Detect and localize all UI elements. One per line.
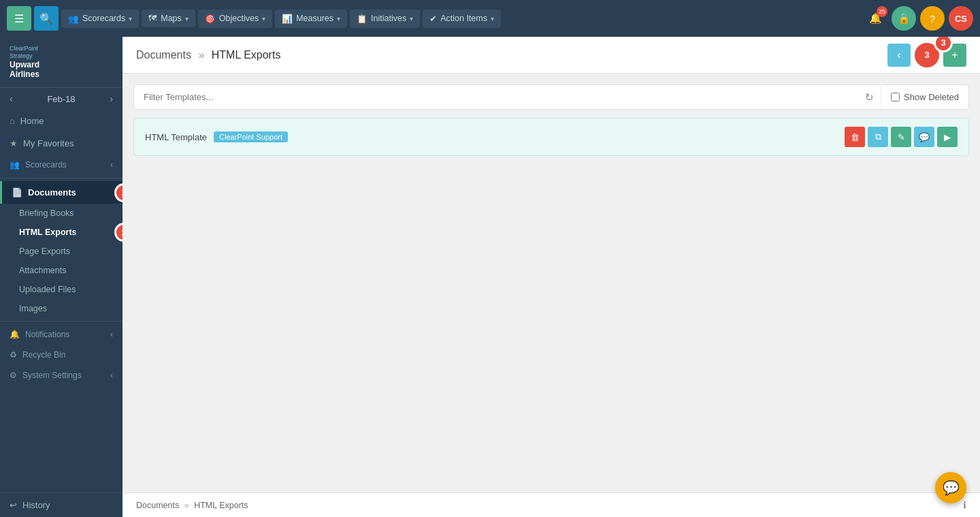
scorecards-icon: 👥 xyxy=(68,14,79,24)
sidebar-label-history: History xyxy=(22,500,50,510)
scorecards-icon: 👥 xyxy=(10,160,20,170)
lock-button[interactable]: 🔒 xyxy=(892,6,916,31)
breadcrumb-sep: » xyxy=(198,49,204,61)
sidebar-item-home[interactable]: ⌂ Home xyxy=(0,110,122,132)
run-icon: ▶ xyxy=(944,132,951,142)
sidebar-item-documents[interactable]: 📄 Documents xyxy=(0,181,122,204)
nav-initiatives[interactable]: 📋 Initiatives ▾ xyxy=(350,10,420,28)
maps-icon: 🗺 xyxy=(148,14,157,23)
chat-bubble-button[interactable]: 💬 xyxy=(935,472,966,503)
html-exports-wrapper: HTML Exports 2 xyxy=(0,223,122,242)
refresh-button[interactable]: ↻ xyxy=(858,86,881,109)
nav-right-area: 🔔 25 🔒 ? CS xyxy=(863,6,973,31)
template-actions: 🗑 ⧉ ✎ 💬 ▶ xyxy=(845,127,958,147)
sidebar-label-documents: Documents xyxy=(28,187,76,198)
sidebar-item-favorites[interactable]: ★ My Favorites xyxy=(0,132,122,155)
show-deleted-checkbox[interactable] xyxy=(891,93,900,101)
main-layout: ClearPointStrategy Upward Airlines ‹ Feb… xyxy=(0,37,980,517)
breadcrumb-current: HTML Exports xyxy=(212,49,281,61)
notifications-icon: 🔔 xyxy=(10,330,20,339)
hamburger-button[interactable]: ☰ xyxy=(7,6,31,31)
hamburger-icon: ☰ xyxy=(14,12,24,25)
sidebar-item-notifications[interactable]: 🔔 Notifications ‹ xyxy=(0,324,122,345)
sidebar-item-system-settings[interactable]: ⚙ System Settings ‹ xyxy=(0,365,122,386)
notification-badge: 25 xyxy=(877,6,887,17)
comment-icon: 💬 xyxy=(919,132,930,142)
next-period-button[interactable]: › xyxy=(110,93,113,104)
chevron-icon: ▾ xyxy=(410,15,413,22)
chevron-icon: ▾ xyxy=(491,15,494,22)
chat-icon: 💬 xyxy=(943,480,960,496)
template-run-button[interactable]: ▶ xyxy=(937,127,958,147)
sidebar-label-recycle: Recycle Bin xyxy=(22,350,65,360)
top-nav: ☰ 🔍 👥 Scorecards ▾ 🗺 Maps ▾ 🎯 Objectives… xyxy=(0,0,980,37)
template-comment-button[interactable]: 💬 xyxy=(914,127,934,147)
help-button[interactable]: ? xyxy=(920,6,945,31)
edit-icon: ✎ xyxy=(898,132,905,142)
measures-icon: 📊 xyxy=(282,14,293,24)
copy-icon: ⧉ xyxy=(875,131,881,142)
template-edit-button[interactable]: ✎ xyxy=(891,127,911,147)
sidebar-item-history[interactable]: ↩ History xyxy=(0,493,122,517)
chevron-icon: ▾ xyxy=(262,15,265,22)
lock-icon: 🔒 xyxy=(898,12,911,25)
notifications-button[interactable]: 🔔 25 xyxy=(863,6,887,31)
history-icon: ↩ xyxy=(10,500,17,510)
sidebar-label-scorecards: Scorecards xyxy=(25,160,67,170)
nav-objectives[interactable]: 🎯 Objectives ▾ xyxy=(198,10,272,28)
settings-collapse-icon: ‹ xyxy=(110,371,113,380)
favorites-icon: ★ xyxy=(10,138,18,148)
header-actions: ‹ 3 3 + xyxy=(887,43,966,67)
documents-wrapper: 📄 Documents 1 xyxy=(0,181,122,204)
search-button[interactable]: 🔍 xyxy=(34,6,59,31)
prev-button[interactable]: ‹ xyxy=(887,44,911,67)
counter-value: 3 xyxy=(924,50,929,60)
sidebar-label-settings: System Settings xyxy=(22,371,82,380)
nav-measures[interactable]: 📊 Measures ▾ xyxy=(275,10,347,28)
sidebar-item-attachments[interactable]: Attachments xyxy=(0,261,122,280)
nav-action-items[interactable]: ✔ Action Items ▾ xyxy=(423,10,501,28)
divider-2 xyxy=(0,321,122,322)
brand-logo: ClearPointStrategy Upward Airlines xyxy=(10,45,39,79)
period-label: Feb-18 xyxy=(47,94,75,104)
sidebar-label-notifications: Notifications xyxy=(25,330,69,339)
sidebar: ClearPointStrategy Upward Airlines ‹ Feb… xyxy=(0,37,122,517)
content-area: Documents » HTML Exports ‹ 3 3 + xyxy=(122,37,980,517)
template-row: HTML Template ClearPoint Support 🗑 ⧉ ✎ 💬 xyxy=(133,118,969,156)
footer-current: HTML Exports xyxy=(194,501,248,510)
template-badge: ClearPoint Support xyxy=(214,131,288,142)
filter-templates-input[interactable] xyxy=(134,85,858,109)
documents-icon: 📄 xyxy=(12,187,22,198)
show-deleted-text: Show Deleted xyxy=(904,92,959,102)
show-deleted-label[interactable]: Show Deleted xyxy=(881,87,968,108)
footer-breadcrumb: Documents » HTML Exports xyxy=(136,501,248,510)
add-button[interactable]: + xyxy=(943,44,966,67)
sidebar-item-briefing-books[interactable]: Briefing Books xyxy=(0,204,122,223)
sidebar-item-scorecards[interactable]: 👥 Scorecards ‹ xyxy=(0,155,122,175)
user-button[interactable]: CS xyxy=(949,6,973,31)
sidebar-item-page-exports[interactable]: Page Exports xyxy=(0,242,122,261)
template-delete-button[interactable]: 🗑 xyxy=(845,127,865,147)
notifications-collapse-icon: ‹ xyxy=(110,330,113,339)
sidebar-brand: ClearPointStrategy Upward Airlines xyxy=(0,37,122,88)
sidebar-label-favorites: My Favorites xyxy=(23,138,74,148)
content-header: Documents » HTML Exports ‹ 3 3 + xyxy=(122,37,980,74)
sidebar-item-recycle-bin[interactable]: ♻ Recycle Bin xyxy=(0,345,122,365)
breadcrumb-root: Documents xyxy=(136,49,191,61)
prev-period-button[interactable]: ‹ xyxy=(10,93,13,104)
counter-button[interactable]: 3 xyxy=(915,43,939,67)
sidebar-item-uploaded-files[interactable]: Uploaded Files xyxy=(0,280,122,299)
recycle-icon: ♻ xyxy=(10,350,17,360)
footer-info-icon: ℹ xyxy=(963,500,966,510)
nav-scorecards[interactable]: 👥 Scorecards ▾ xyxy=(61,10,139,28)
sidebar-item-images[interactable]: Images xyxy=(0,299,122,318)
user-initials: CS xyxy=(955,14,967,24)
breadcrumb: Documents » HTML Exports xyxy=(136,49,280,61)
objectives-icon: 🎯 xyxy=(205,14,216,24)
nav-maps[interactable]: 🗺 Maps ▾ xyxy=(142,10,195,27)
sidebar-label-home: Home xyxy=(20,116,44,126)
template-copy-button[interactable]: ⧉ xyxy=(868,127,888,147)
sidebar-item-html-exports[interactable]: HTML Exports xyxy=(0,223,122,242)
scorecards-collapse-icon: ‹ xyxy=(110,160,113,170)
chevron-icon: ▾ xyxy=(185,15,189,22)
